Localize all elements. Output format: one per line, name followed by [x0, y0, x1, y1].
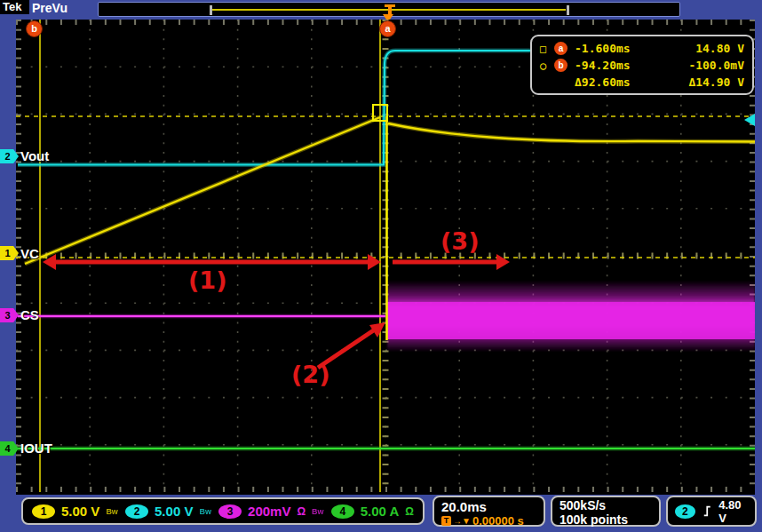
cursor-delta-time: Δ92.60ms: [575, 75, 668, 89]
horizontal-position-value: 0.00000 s: [472, 514, 524, 528]
ch2-scale: 5.00 V: [155, 504, 193, 519]
cursor-a-value: 14.80 V: [668, 42, 744, 55]
ch4-menu-button[interactable]: 4 5.00 A Ω: [331, 504, 414, 519]
ch1-badge[interactable]: 1: [32, 504, 55, 519]
cursor-a-badge: a: [554, 42, 568, 55]
record-length: 100k points: [560, 512, 659, 527]
ch2-badge[interactable]: 2: [125, 504, 148, 519]
trigger-position-t-stem: [388, 4, 392, 14]
timebase-scale: 20.0ms: [441, 499, 544, 514]
timebase-panel[interactable]: 20.0ms T →▼ 0.00000 s: [433, 496, 545, 527]
annotation-3-label: (3): [441, 227, 479, 255]
tek-logo: Tek: [0, 0, 29, 14]
window-right-bracket: [567, 5, 569, 15]
cursor-a-readout-row: □ a -1.600ms 14.80 V: [540, 40, 744, 57]
ch2-menu-button[interactable]: 2 5.00 V Bw: [125, 504, 211, 519]
ch3-bandwidth-icon: Bw: [312, 507, 324, 516]
window-left-bracket: [210, 5, 212, 15]
trigger-level-value: 4.80 V: [718, 498, 748, 525]
channel-settings-bar: 1 5.00 V Bw 2 5.00 V Bw 3 200mV Ω Bw 4 5…: [21, 497, 425, 525]
ch4-scale: 5.00 A: [361, 504, 400, 519]
ch3-label: CS: [20, 307, 39, 322]
cursor-delta-readout-row: Δ92.60ms Δ14.90 V: [540, 74, 744, 91]
top-status-bar: Tek PreVu: [0, 0, 762, 20]
ch3-impedance-icon: Ω: [297, 505, 306, 518]
trigger-arrows-icon: →▼: [453, 516, 471, 526]
cursor-b-readout-row: ○ b -94.20ms -100.0mV: [540, 57, 744, 74]
cursor-readout-panel: □ a -1.600ms 14.80 V ○ b -94.20ms -100.0…: [530, 35, 754, 95]
ch3-scale: 200mV: [248, 504, 290, 519]
sample-rate: 500kS/s: [560, 498, 659, 512]
trigger-source-badge: 2: [675, 504, 695, 519]
ch1-label: VC: [20, 246, 39, 261]
trigger-panel[interactable]: 2 4.80 V: [666, 496, 757, 527]
ch4-label: IOUT: [20, 441, 52, 456]
rising-edge-icon: [702, 504, 711, 518]
acquisition-status: PreVu: [32, 1, 67, 15]
cursor-b-badge: b: [554, 59, 568, 72]
ch1-menu-button[interactable]: 1 5.00 V Bw: [32, 504, 118, 519]
ch3-menu-button[interactable]: 3 200mV Ω Bw: [218, 504, 324, 519]
annotation-2-label: (2): [291, 361, 329, 388]
cursor-b-time: -94.20ms: [575, 59, 668, 72]
ch1-scale: 5.00 V: [61, 504, 99, 519]
acquisition-panel[interactable]: 500kS/s 100k points: [551, 496, 661, 527]
cursor-b-marker[interactable]: b: [26, 20, 43, 37]
ch1-bandwidth-icon: Bw: [106, 507, 118, 516]
annotation-1-label: (1): [188, 266, 226, 294]
ch4-impedance-icon: Ω: [405, 505, 414, 518]
ch2-bandwidth-icon: Bw: [199, 507, 211, 516]
cursor-a-time: -1.600ms: [575, 42, 668, 55]
cursor-a-square-icon: □: [540, 43, 554, 55]
cursor-b-circle-icon: ○: [540, 60, 554, 72]
cursor-b-value: -100.0mV: [668, 59, 744, 72]
horizontal-position-row: T →▼ 0.00000 s: [441, 514, 544, 528]
cursor-delta-value: Δ14.90 V: [668, 75, 744, 89]
ch4-badge[interactable]: 4: [331, 504, 354, 519]
trigger-t-icon: T: [441, 516, 451, 526]
ch2-label: Vout: [20, 148, 49, 163]
ch3-badge[interactable]: 3: [218, 504, 242, 519]
oscilloscope-screen: Tek PreVu: [0, 0, 762, 532]
cursor-a-marker[interactable]: a: [379, 20, 396, 37]
